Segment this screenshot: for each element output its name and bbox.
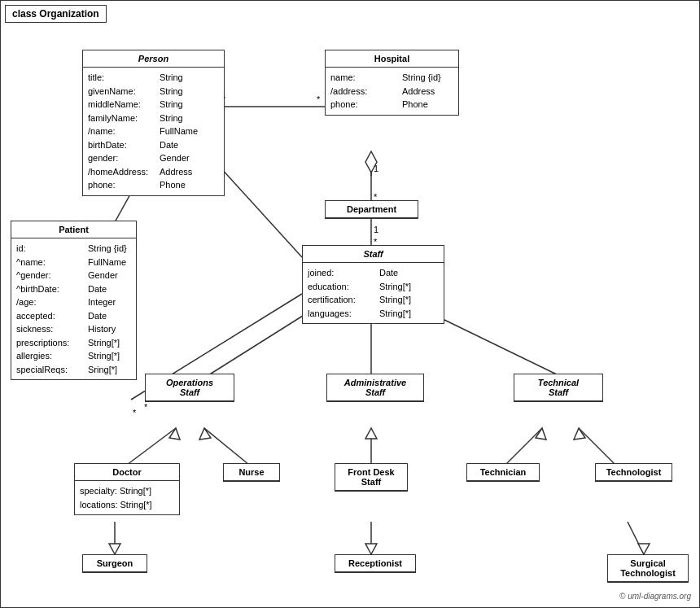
patient-attrs: id:String {id} ^name:FullName ^gender:Ge… bbox=[11, 238, 136, 379]
department-name: Department bbox=[326, 201, 418, 218]
svg-marker-28 bbox=[536, 428, 546, 440]
surgeon-name: Surgeon bbox=[83, 555, 147, 572]
svg-text:*: * bbox=[144, 402, 148, 412]
class-technologist: Technologist bbox=[595, 463, 672, 482]
svg-marker-26 bbox=[365, 428, 377, 439]
doctor-name: Doctor bbox=[75, 464, 179, 481]
svg-text:1: 1 bbox=[374, 225, 378, 234]
class-doctor: Doctor specialty: String[*] locations: S… bbox=[74, 463, 180, 515]
diagram-canvas: class Organization * * 1 * 1 * bbox=[0, 0, 700, 608]
class-administrative-staff: Administrative Staff bbox=[326, 374, 424, 402]
svg-line-23 bbox=[204, 428, 249, 465]
staff-attrs: joined:Date education:String[*] certific… bbox=[303, 263, 444, 323]
staff-name: Staff bbox=[303, 246, 444, 263]
svg-text:*: * bbox=[317, 94, 321, 104]
svg-marker-4 bbox=[365, 151, 377, 173]
class-receptionist: Receptionist bbox=[335, 554, 416, 573]
technician-name: Technician bbox=[467, 464, 539, 481]
svg-marker-22 bbox=[169, 428, 180, 440]
svg-line-35 bbox=[628, 522, 644, 554]
class-front-desk-staff: Front Desk Staff bbox=[335, 463, 408, 492]
svg-marker-32 bbox=[109, 544, 120, 554]
svg-marker-30 bbox=[574, 428, 585, 440]
svg-line-29 bbox=[579, 428, 615, 465]
class-patient: Patient id:String {id} ^name:FullName ^g… bbox=[11, 221, 137, 380]
nurse-name: Nurse bbox=[224, 464, 279, 481]
administrative-staff-name: Administrative Staff bbox=[327, 374, 423, 401]
surgical-technologist-name: Surgical Technologist bbox=[608, 555, 688, 582]
class-department: Department bbox=[325, 200, 418, 219]
front-desk-staff-name: Front Desk Staff bbox=[335, 464, 407, 491]
svg-marker-24 bbox=[199, 428, 211, 440]
diagram-title: class Organization bbox=[5, 5, 107, 23]
receptionist-name: Receptionist bbox=[335, 555, 415, 572]
svg-text:*: * bbox=[133, 408, 137, 418]
hospital-name: Hospital bbox=[326, 50, 458, 68]
class-operations-staff: Operations Staff bbox=[145, 374, 234, 402]
hospital-attrs: name:String {id} /address:Address phone:… bbox=[326, 68, 458, 115]
svg-line-21 bbox=[127, 428, 176, 465]
class-person: Person title:String givenName:String mid… bbox=[82, 50, 225, 196]
technical-staff-name: Technical Staff bbox=[514, 374, 602, 401]
class-staff: Staff joined:Date education:String[*] ce… bbox=[302, 245, 444, 324]
class-surgical-technologist: Surgical Technologist bbox=[607, 554, 689, 583]
person-name: Person bbox=[83, 50, 224, 68]
class-hospital: Hospital name:String {id} /address:Addre… bbox=[325, 50, 459, 116]
class-nurse: Nurse bbox=[223, 463, 280, 482]
copyright: © uml-diagrams.org bbox=[619, 592, 691, 601]
doctor-attrs: specialty: String[*] locations: String[*… bbox=[75, 481, 179, 514]
svg-marker-34 bbox=[365, 544, 377, 554]
class-surgeon: Surgeon bbox=[82, 554, 147, 573]
svg-text:1: 1 bbox=[374, 164, 378, 173]
operations-staff-name: Operations Staff bbox=[146, 374, 234, 401]
svg-line-27 bbox=[505, 428, 542, 465]
person-attrs: title:String givenName:String middleName… bbox=[83, 68, 224, 195]
class-technician: Technician bbox=[466, 463, 540, 482]
svg-marker-36 bbox=[638, 544, 650, 554]
class-technical-staff: Technical Staff bbox=[514, 374, 603, 402]
patient-name: Patient bbox=[11, 221, 136, 238]
technologist-name: Technologist bbox=[596, 464, 672, 481]
